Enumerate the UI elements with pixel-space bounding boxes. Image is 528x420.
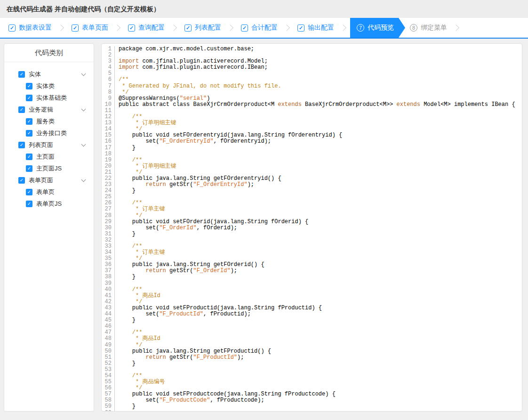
code-line: 55 * 商品编号 bbox=[102, 379, 522, 385]
tree-item-主页面JS[interactable]: ✓主页面JS bbox=[4, 162, 94, 174]
tree-item-业务逻辑[interactable]: ✓业务逻辑 bbox=[4, 104, 94, 115]
tree-item-主页面[interactable]: ✓主页面 bbox=[4, 151, 94, 162]
code-line: 20 * 订单明细主键 bbox=[102, 163, 522, 170]
chevron-down-icon[interactable] bbox=[81, 106, 86, 111]
line-number: 18 bbox=[102, 151, 115, 157]
step-8-绑定菜单[interactable]: 8绑定菜单 bbox=[405, 18, 452, 38]
code-line: 24 } bbox=[102, 188, 522, 194]
code-line: 47 /** bbox=[102, 330, 522, 336]
tree-item-服务类[interactable]: ✓服务类 bbox=[4, 115, 94, 127]
checkbox-checked-icon[interactable]: ✓ bbox=[26, 118, 32, 125]
code-line-text bbox=[115, 108, 119, 114]
tree-item-label: 主页面JS bbox=[36, 164, 62, 173]
checkbox-checked-icon[interactable]: ✓ bbox=[18, 106, 25, 113]
line-number: 51 bbox=[102, 355, 115, 361]
chevron-down-icon[interactable] bbox=[81, 177, 86, 182]
line-number: 30 bbox=[102, 225, 115, 231]
checkbox-checked-icon[interactable]: ✓ bbox=[26, 153, 32, 160]
step-2-表单页面[interactable]: ✓表单页面 bbox=[67, 18, 113, 38]
checkbox-checked-icon[interactable]: ✓ bbox=[26, 83, 32, 89]
code-line: 31 } bbox=[102, 231, 522, 237]
tree-item-label: 实体类 bbox=[36, 82, 55, 90]
checkbox-checked-icon[interactable]: ✓ bbox=[26, 201, 32, 207]
chevron-separator-icon bbox=[170, 24, 177, 31]
line-number: 8 bbox=[102, 89, 115, 96]
code-line: 25 bbox=[102, 194, 522, 200]
code-line: 38 } bbox=[102, 274, 522, 280]
code-line-text: } bbox=[115, 404, 136, 410]
chevron-separator-icon bbox=[340, 24, 346, 31]
tree-item-label: 表单页JS bbox=[36, 200, 62, 208]
tree-item-实体[interactable]: ✓实体 bbox=[4, 68, 94, 80]
line-number: 53 bbox=[102, 367, 115, 373]
checkbox-checked-icon: ✓ bbox=[184, 24, 192, 32]
checkbox-checked-icon[interactable]: ✓ bbox=[18, 142, 25, 148]
chevron-separator-icon bbox=[453, 24, 459, 31]
chevron-separator-icon bbox=[283, 24, 290, 31]
line-number: 39 bbox=[102, 281, 115, 287]
code-line: 60 bbox=[102, 410, 522, 412]
checkbox-checked-icon[interactable]: ✓ bbox=[18, 177, 25, 184]
tree-item-实体类[interactable]: ✓实体类 bbox=[4, 80, 94, 92]
chevron-down-icon[interactable] bbox=[81, 71, 86, 76]
line-number: 9 bbox=[102, 96, 115, 102]
code-line-text bbox=[115, 71, 119, 77]
checkbox-checked-icon[interactable]: ✓ bbox=[18, 71, 25, 78]
line-number: 28 bbox=[102, 213, 115, 219]
checkbox-checked-icon[interactable]: ✓ bbox=[26, 130, 32, 137]
code-line-text bbox=[115, 237, 119, 243]
code-line: 41 * 商品Id bbox=[102, 293, 522, 299]
code-line-text: return getStr("F_OrderEntryId"); bbox=[115, 182, 254, 188]
tree-item-表单页[interactable]: ✓表单页 bbox=[4, 186, 94, 198]
checkbox-checked-icon: ✓ bbox=[128, 24, 135, 32]
code-line: 23 return getStr("F_OrderEntryId"); bbox=[102, 182, 522, 188]
checkbox-checked-icon[interactable]: ✓ bbox=[26, 95, 32, 101]
step-label: 列表配置 bbox=[195, 24, 221, 32]
code-line-text: package com.xjr.mvc.model.customer.base; bbox=[115, 46, 254, 52]
code-line-text bbox=[115, 151, 119, 157]
code-line: 48 * 商品Id bbox=[102, 336, 522, 342]
step-4-列表配置[interactable]: ✓列表配置 bbox=[180, 18, 226, 38]
tree-item-业务接口类[interactable]: ✓业务接口类 bbox=[4, 127, 94, 139]
code-line: 45 } bbox=[102, 317, 522, 323]
main-content: 代码类别 ✓实体✓实体类✓实体基础类✓业务逻辑✓服务类✓业务接口类✓列表页面✓主… bbox=[0, 40, 528, 420]
code-line: 53 bbox=[102, 367, 522, 373]
page-title: 在线代码生成器 并自动创建代码（自定义开发模板） bbox=[0, 0, 528, 18]
tree-item-label: 业务接口类 bbox=[36, 129, 67, 137]
line-number: 7 bbox=[102, 83, 115, 89]
code-line-text: } bbox=[115, 274, 136, 280]
code-line: 59 } bbox=[102, 404, 522, 410]
step-label: 代码预览 bbox=[368, 24, 394, 32]
tree-item-实体基础类[interactable]: ✓实体基础类 bbox=[4, 92, 94, 104]
checkbox-checked-icon[interactable]: ✓ bbox=[26, 189, 32, 195]
tree-item-列表页面[interactable]: ✓列表页面 bbox=[4, 139, 94, 151]
code-line: 13 * 订单明细主键 bbox=[102, 120, 522, 126]
step-5-合计配置[interactable]: ✓合计配置 bbox=[236, 18, 282, 38]
line-number: 42 bbox=[102, 299, 115, 305]
code-line-text bbox=[115, 323, 119, 330]
step-3-查询配置[interactable]: ✓查询配置 bbox=[123, 18, 169, 38]
step-label: 绑定菜单 bbox=[421, 24, 447, 32]
line-number: 41 bbox=[102, 293, 115, 299]
code-line: 34 * 订单主键 bbox=[102, 250, 522, 256]
code-line: 37 return getStr("F_OrderId"); bbox=[102, 268, 522, 274]
tree-item-label: 业务逻辑 bbox=[29, 105, 53, 114]
checkbox-checked-icon[interactable]: ✓ bbox=[26, 165, 32, 172]
tree-item-表单页面[interactable]: ✓表单页面 bbox=[4, 174, 94, 186]
code-preview-editor[interactable]: 1package com.xjr.mvc.model.customer.base… bbox=[101, 43, 522, 412]
code-line: 1package com.xjr.mvc.model.customer.base… bbox=[102, 46, 522, 52]
code-line: 39 bbox=[102, 281, 522, 287]
tree-item-表单页JS[interactable]: ✓表单页JS bbox=[4, 198, 94, 210]
step-6-输出配置[interactable]: ✓输出配置 bbox=[293, 18, 339, 38]
line-number: 59 bbox=[102, 404, 115, 410]
code-line-text: set("F_ProductCode", fProductcode); bbox=[115, 397, 264, 404]
code-line-text: set("F_OrderEntryId", fOrderentryid); bbox=[115, 138, 271, 145]
code-line-text bbox=[115, 52, 119, 58]
chevron-down-icon[interactable] bbox=[81, 142, 86, 146]
checkbox-checked-icon: ✓ bbox=[72, 24, 79, 32]
step-1-数据表设置[interactable]: ✓数据表设置 bbox=[4, 18, 56, 38]
step-label: 查询配置 bbox=[138, 24, 165, 32]
line-number: 48 bbox=[102, 336, 115, 342]
code-line: 30 set("F_OrderId", fOrderid); bbox=[102, 225, 522, 231]
step-7-代码预览[interactable]: 7代码预览 bbox=[350, 18, 405, 38]
